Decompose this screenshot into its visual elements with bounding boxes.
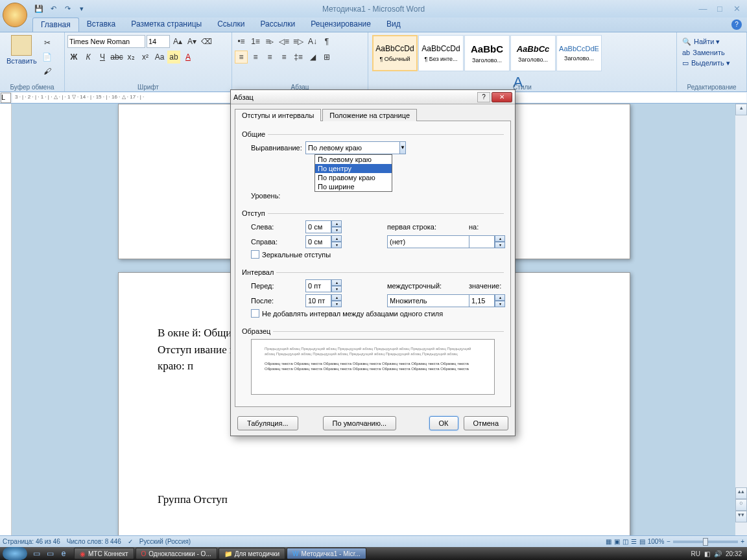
spellcheck-icon[interactable]: ✓: [128, 538, 133, 545]
alignment-option-right[interactable]: По правому краю: [315, 173, 392, 182]
tray-clock[interactable]: 20:32: [726, 550, 742, 557]
replace-button[interactable]: abЗаменить: [680, 47, 744, 58]
style-heading3[interactable]: AaBbCcDdEЗаголово...: [556, 35, 602, 71]
tab-selector[interactable]: L: [1, 93, 11, 103]
at-spinner[interactable]: ▴▾: [469, 294, 501, 307]
borders-button[interactable]: ⊞: [320, 51, 333, 64]
italic-button[interactable]: К: [82, 51, 95, 64]
tab-indents-spacing[interactable]: Отступы и интервалы: [235, 109, 321, 121]
justify-button[interactable]: ≡: [278, 51, 290, 64]
style-no-spacing[interactable]: AaBbCcDd¶ Без инте...: [418, 35, 464, 71]
shading-button[interactable]: ◢: [306, 51, 319, 64]
underline-button[interactable]: Ч: [96, 51, 109, 64]
qat-customize-icon[interactable]: ▾: [75, 3, 88, 16]
task-folder[interactable]: 📁Для методички: [219, 548, 285, 559]
first-line-combo[interactable]: ▼: [387, 235, 462, 248]
paste-button[interactable]: Вставить: [3, 34, 41, 66]
alignment-dropdown-button[interactable]: ▼: [399, 141, 406, 154]
zoom-in-button[interactable]: +: [741, 538, 744, 545]
status-page[interactable]: Страница: 46 из 46: [3, 538, 60, 545]
set-default-button[interactable]: По умолчанию...: [323, 416, 397, 430]
tab-references[interactable]: Ссылки: [209, 18, 252, 32]
minimize-button[interactable]: —: [695, 3, 711, 15]
show-marks-button[interactable]: ¶: [320, 35, 333, 48]
alignment-combo[interactable]: ▼: [305, 141, 383, 154]
help-icon[interactable]: ?: [731, 19, 742, 30]
style-normal[interactable]: AaBbCcDd¶ Обычный: [372, 35, 418, 71]
font-name-input[interactable]: [67, 35, 145, 48]
clear-formatting-icon[interactable]: ⌫: [200, 35, 213, 48]
maximize-button[interactable]: □: [712, 3, 728, 15]
dialog-help-button[interactable]: ?: [477, 92, 490, 102]
change-case-button[interactable]: Aa: [153, 51, 166, 64]
vertical-scrollbar[interactable]: ▴ ▴▴ ○ ▾▾: [735, 104, 747, 535]
shrink-font-icon[interactable]: A▾: [185, 35, 198, 48]
align-center-button[interactable]: ≡: [249, 51, 262, 64]
sort-button[interactable]: A↓: [306, 35, 319, 48]
indent-right-spinner[interactable]: ▴▾: [305, 235, 342, 248]
tray-lang[interactable]: RU: [691, 550, 700, 557]
tab-mailings[interactable]: Рассылки: [252, 18, 303, 32]
dialog-close-button[interactable]: ✕: [492, 92, 512, 102]
close-button[interactable]: ✕: [729, 3, 744, 15]
outdent-button[interactable]: ◁≡: [278, 35, 290, 48]
by-spinner[interactable]: ▴▾: [469, 235, 501, 248]
save-icon[interactable]: 💾: [32, 3, 45, 16]
zoom-slider[interactable]: [673, 541, 738, 543]
browse-object-button[interactable]: ○: [735, 499, 747, 511]
indent-left-spinner[interactable]: ▴▾: [305, 220, 342, 233]
view-print-layout-icon[interactable]: ▦: [606, 538, 611, 545]
space-after-spinner[interactable]: ▴▾: [305, 294, 342, 307]
alignment-option-center[interactable]: По центру: [315, 164, 392, 173]
status-language[interactable]: Русский (Россия): [139, 538, 191, 545]
redo-icon[interactable]: ↷: [61, 3, 74, 16]
tab-view[interactable]: Вид: [379, 18, 409, 32]
alignment-option-justify[interactable]: По ширине: [315, 182, 392, 191]
ok-button[interactable]: ОК: [429, 416, 458, 430]
select-button[interactable]: ▭Выделить ▾: [680, 58, 744, 69]
styles-gallery[interactable]: AaBbCcDd¶ Обычный AaBbCcDd¶ Без инте... …: [371, 34, 674, 73]
view-draft-icon[interactable]: ▤: [639, 538, 645, 545]
indent-button[interactable]: ≡▷: [292, 35, 305, 48]
line-spacing-button[interactable]: ‡≡: [292, 51, 305, 64]
next-page-button[interactable]: ▾▾: [735, 511, 747, 522]
tab-page-layout[interactable]: Разметка страницы: [123, 18, 209, 32]
bold-button[interactable]: Ж: [67, 51, 80, 64]
task-odnoklassniki[interactable]: OОдноклассники - O...: [136, 548, 217, 559]
scroll-up-button[interactable]: ▴: [735, 104, 747, 115]
undo-icon[interactable]: ↶: [47, 3, 60, 16]
office-button[interactable]: [3, 3, 27, 27]
status-word-count[interactable]: Число слов: 8 446: [67, 538, 121, 545]
mirror-indents-checkbox[interactable]: [251, 250, 259, 259]
style-heading2[interactable]: AaBbCcЗаголово...: [510, 35, 556, 71]
strike-button[interactable]: abc: [110, 51, 123, 64]
task-mts[interactable]: ◉МТС Коннект: [74, 548, 134, 559]
tab-line-page-breaks[interactable]: Положение на странице: [322, 109, 417, 121]
style-heading1[interactable]: AaBbCЗаголово...: [464, 35, 510, 71]
view-outline-icon[interactable]: ☰: [631, 538, 637, 545]
start-button[interactable]: [3, 547, 27, 560]
zoom-out-button[interactable]: −: [667, 538, 670, 545]
cut-icon[interactable]: ✂: [41, 36, 54, 49]
cancel-button[interactable]: Отмена: [464, 416, 508, 430]
subscript-button[interactable]: x₂: [124, 51, 137, 64]
quick-launch-icon[interactable]: e: [57, 547, 70, 560]
tray-volume-icon[interactable]: 🔊: [714, 550, 722, 557]
align-right-button[interactable]: ≡: [263, 51, 276, 64]
line-spacing-combo[interactable]: ▼: [387, 294, 462, 307]
bullets-button[interactable]: •≡: [235, 35, 248, 48]
no-space-same-style-checkbox[interactable]: [251, 309, 259, 318]
tab-review[interactable]: Рецензирование: [303, 18, 379, 32]
font-color-button[interactable]: A: [182, 51, 195, 64]
view-full-screen-icon[interactable]: ▣: [614, 538, 620, 545]
task-word[interactable]: WМетодичка1 - Micr...: [287, 548, 366, 559]
find-button[interactable]: 🔍Найти ▾: [680, 36, 744, 47]
tab-home[interactable]: Главная: [32, 18, 79, 32]
copy-icon[interactable]: 📄: [41, 51, 54, 64]
highlight-button[interactable]: ab: [167, 51, 180, 64]
prev-page-button[interactable]: ▴▴: [735, 487, 747, 499]
tabs-button[interactable]: Табуляция...: [237, 416, 298, 430]
zoom-value[interactable]: 100%: [648, 538, 665, 545]
numbering-button[interactable]: 1≡: [249, 35, 262, 48]
dialog-titlebar[interactable]: Абзац ? ✕: [231, 90, 515, 104]
